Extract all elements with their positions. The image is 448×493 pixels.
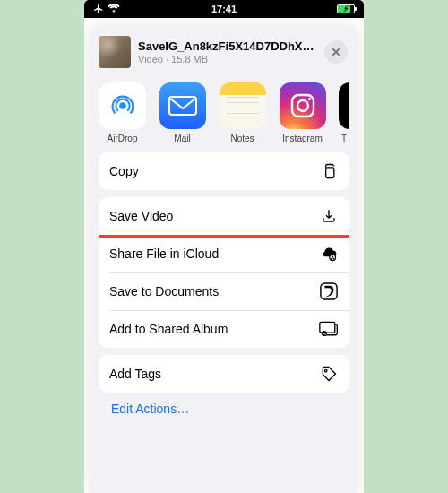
- wifi-icon: [108, 4, 120, 14]
- clock: 17:41: [211, 4, 237, 14]
- action-card: Copy: [99, 152, 349, 190]
- icloud-share-icon: [319, 244, 339, 264]
- mail-icon: [159, 82, 206, 129]
- svg-point-0: [119, 102, 126, 109]
- action-label: Save Video: [109, 209, 173, 223]
- instagram-icon: [280, 82, 326, 129]
- app-label: Instagram: [282, 134, 322, 143]
- phone-frame: 17:41 ⚡︎ SaveIG_An8kzFi5X14D7DDhXM… Vide…: [84, 0, 364, 493]
- status-bar: 17:41 ⚡︎: [84, 0, 364, 18]
- app-partial[interactable]: T: [339, 82, 349, 143]
- documents-app-icon: [319, 281, 339, 301]
- action-card: Add Tags: [99, 355, 349, 393]
- edit-actions-button[interactable]: Edit Actions…: [99, 393, 349, 430]
- app-airdrop[interactable]: AirDrop: [99, 82, 146, 143]
- notes-icon: [220, 82, 266, 129]
- svg-rect-5: [326, 168, 334, 178]
- action-add-shared-album[interactable]: Add to Shared Album: [99, 310, 349, 348]
- tag-icon: [319, 364, 339, 384]
- svg-rect-8: [321, 283, 337, 299]
- action-share-icloud[interactable]: Share File in iCloud: [99, 235, 349, 272]
- app-label: T: [341, 134, 347, 143]
- action-label: Copy: [109, 164, 139, 178]
- app-instagram[interactable]: Instagram: [279, 82, 326, 143]
- file-info: SaveIG_An8kzFi5X14D7DDhXM… Video · 15.8 …: [138, 39, 317, 65]
- file-name: SaveIG_An8kzFi5X14D7DDhXM…: [138, 39, 317, 53]
- app-row: AirDrop Mail Notes Instagram T: [90, 77, 358, 152]
- action-label: Save to Documents: [109, 284, 219, 298]
- partial-app-icon: [339, 82, 349, 129]
- action-label: Add Tags: [109, 367, 161, 381]
- share-sheet: SaveIG_An8kzFi5X14D7DDhXM… Video · 15.8 …: [90, 27, 358, 493]
- actions: Copy Save Video Share File in iCloud: [90, 152, 358, 437]
- app-label: Mail: [174, 134, 190, 143]
- action-label: Add to Shared Album: [109, 322, 228, 336]
- svg-point-3: [297, 100, 308, 111]
- action-save-video[interactable]: Save Video: [99, 197, 349, 235]
- app-mail[interactable]: Mail: [159, 82, 206, 143]
- airplane-mode-icon: [93, 4, 104, 14]
- file-meta: Video · 15.8 MB: [138, 54, 317, 65]
- sheet-header: SaveIG_An8kzFi5X14D7DDhXM… Video · 15.8 …: [90, 27, 358, 77]
- app-label: Notes: [230, 134, 254, 143]
- svg-point-12: [323, 332, 325, 333]
- close-button[interactable]: [324, 40, 348, 64]
- app-label: AirDrop: [108, 134, 138, 143]
- svg-point-4: [307, 98, 310, 100]
- action-card: Save Video Share File in iCloud Save to …: [99, 197, 349, 348]
- action-add-tags[interactable]: Add Tags: [99, 355, 349, 393]
- battery-icon: ⚡︎: [337, 4, 355, 13]
- shared-album-icon: [319, 319, 339, 339]
- action-label: Share File in iCloud: [109, 246, 219, 261]
- app-notes[interactable]: Notes: [219, 82, 266, 143]
- action-copy[interactable]: Copy: [99, 152, 349, 190]
- download-icon: [319, 206, 339, 226]
- svg-point-7: [332, 255, 333, 257]
- file-thumbnail: [99, 36, 131, 68]
- svg-point-13: [324, 369, 327, 372]
- close-icon: [331, 47, 341, 57]
- svg-rect-10: [320, 322, 335, 333]
- airdrop-icon: [99, 82, 146, 129]
- copy-icon: [319, 161, 339, 181]
- svg-rect-1: [169, 97, 196, 115]
- action-save-documents[interactable]: Save to Documents: [99, 272, 349, 310]
